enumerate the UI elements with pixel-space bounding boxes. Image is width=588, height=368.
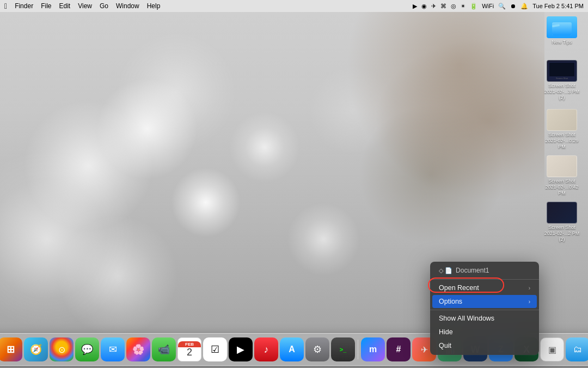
meet-icon[interactable]: ▶ <box>413 3 417 10</box>
dock-item-launchpad[interactable]: ⊞ <box>0 337 22 361</box>
help-menu[interactable]: Help <box>147 2 161 10</box>
menubar:  Finder File Edit View Go Window Help ▶… <box>0 0 588 12</box>
search-icon[interactable]: 🔍 <box>498 3 506 10</box>
open-recent-label: Open Recent <box>439 284 479 292</box>
quit-label: Quit <box>439 342 451 349</box>
dock-item-appstore[interactable]: A <box>280 337 304 361</box>
dock-item-chrome[interactable]: ⊙ <box>50 337 74 361</box>
edit-menu[interactable]: Edit <box>59 2 70 10</box>
screenshot2-thumb <box>547 109 577 131</box>
svg-rect-1 <box>552 22 572 35</box>
open-recent-chevron: › <box>529 285 530 291</box>
dock-item-photos[interactable]: 🌸 <box>126 337 150 361</box>
window-menu[interactable]: Window <box>116 2 139 10</box>
context-menu-open-recent[interactable]: Open Recent › <box>432 281 537 294</box>
screenshot3-thumb <box>547 155 577 177</box>
screenshot4-thumb <box>547 202 577 224</box>
desktop:  Finder File Edit View Go Window Help ▶… <box>0 0 588 368</box>
menu-separator-1 <box>430 279 539 280</box>
dock-item-appletv[interactable]: ▶ <box>229 337 253 361</box>
options-chevron: › <box>529 299 530 305</box>
view-menu[interactable]: View <box>78 2 92 10</box>
context-menu-hide[interactable]: Hide <box>432 325 537 339</box>
screen-record-icon[interactable]: ⏺ <box>510 3 516 9</box>
desktop-icon-screenshot2[interactable]: Screen Shot 2021-02-...0:29 PM <box>542 109 581 149</box>
direct-mail-icon[interactable]: ✈ <box>431 3 436 10</box>
svg-rect-4 <box>549 63 574 76</box>
wifi-icon[interactable]: ⌘ <box>440 3 446 10</box>
datetime: Tue Feb 2 5:41 PM <box>532 3 584 9</box>
new-tips-label: New Tips <box>552 39 572 45</box>
context-menu-quit[interactable]: Quit <box>432 339 537 352</box>
menubar-left:  Finder File Edit View Go Window Help <box>4 2 160 10</box>
dock-item-mail[interactable]: ✉ <box>101 337 125 361</box>
dock-separator <box>358 340 358 359</box>
finder-menu[interactable]: Finder <box>15 2 33 10</box>
context-menu-options[interactable]: Options › <box>432 295 537 308</box>
dock-item-finder2[interactable]: 🗂 <box>566 337 588 361</box>
notification-icon[interactable]: 🔔 <box>520 3 528 10</box>
screenshot4-label: Screen Shot 2021-02-...2 PM (2) <box>543 225 581 242</box>
battery-icon[interactable]: 🔋 <box>470 3 477 10</box>
tree-decoration <box>261 11 544 283</box>
screenshot3-label: Screen Shot 2021-02-...0:42 PM <box>543 178 581 196</box>
dock-item-music[interactable]: ♪ <box>254 337 278 361</box>
desktop-icon-screenshot3[interactable]: Screen Shot 2021-02-...0:42 PM <box>542 155 581 196</box>
context-menu: ◇ 📄 Document1 Open Recent › Options › Sh… <box>430 262 539 355</box>
dock-item-settings[interactable]: ⚙ <box>305 337 329 361</box>
apple-menu[interactable]:  <box>4 2 7 10</box>
show-all-windows-label: Show All Windows <box>439 315 494 322</box>
desktop-icon-new-tips[interactable]: New Tips <box>542 16 581 45</box>
dock-item-safari[interactable]: 🧭 <box>24 337 48 361</box>
dock-item-reminders[interactable]: ☑ <box>203 337 227 361</box>
context-menu-header: ◇ 📄 Document1 <box>432 264 537 277</box>
context-menu-title: Document1 <box>456 267 489 274</box>
menubar-right: ▶ ◉ ✈ ⌘ ◎ ✴ 🔋 WiFi 🔍 ⏺ 🔔 Tue Feb 2 5:41 … <box>413 3 584 10</box>
dock-item-slack[interactable]: # <box>387 337 411 361</box>
dock-item-calendar[interactable]: FEB 2 <box>177 337 201 361</box>
new-tips-folder-icon <box>547 16 577 38</box>
desktop-icon-screenshot4[interactable]: Screen Shot 2021-02-...2 PM (2) <box>542 202 581 242</box>
file-menu[interactable]: File <box>41 2 51 10</box>
hide-label: Hide <box>439 328 453 336</box>
dock-item-messages[interactable]: 💬 <box>75 337 99 361</box>
wechat-icon[interactable]: ◉ <box>421 3 427 10</box>
svg-text:Screen Shot: Screen Shot <box>556 77 568 80</box>
dock-item-messenger[interactable]: m <box>361 337 385 361</box>
document-icon: ◇ 📄 <box>439 267 452 274</box>
screenshot2-label: Screen Shot 2021-02-...0:29 PM <box>543 132 581 149</box>
dock-item-facetime[interactable]: 📹 <box>152 337 176 361</box>
options-label: Options <box>439 298 462 305</box>
wifi-status-icon[interactable]: WiFi <box>482 3 494 9</box>
desktop-icon-screenshot1[interactable]: Screen Shot Screen Shot 2021-02-...3 PM … <box>542 60 581 100</box>
go-menu[interactable]: Go <box>100 2 108 10</box>
screenshot1-label: Screen Shot 2021-02-...3 PM (2) <box>543 83 581 100</box>
cast-icon[interactable]: ◎ <box>451 3 456 10</box>
screenshot1-thumb: Screen Shot <box>547 60 577 82</box>
dock-item-iterm[interactable]: >_ <box>331 337 355 361</box>
bluetooth-icon[interactable]: ✴ <box>461 3 465 10</box>
menu-separator-2 <box>430 310 539 310</box>
dock-item-preview[interactable]: ▣ <box>540 337 564 361</box>
context-menu-show-all-windows[interactable]: Show All Windows <box>432 312 537 325</box>
